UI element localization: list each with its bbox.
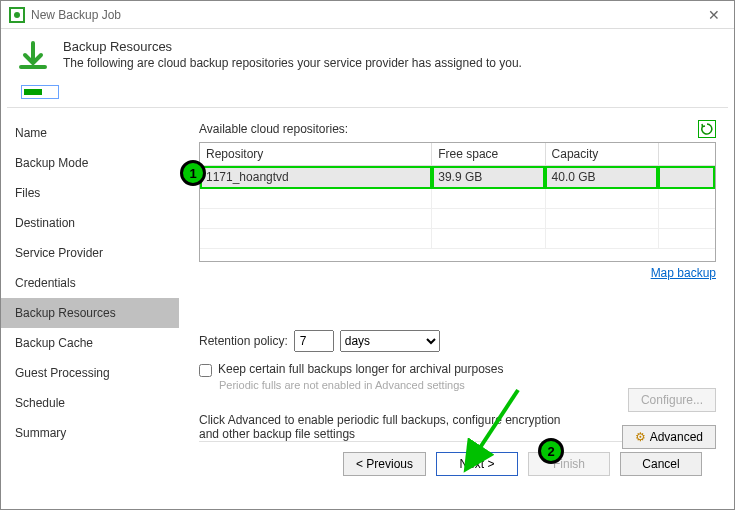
retention-unit-select[interactable]: days	[340, 330, 440, 352]
previous-button[interactable]: < Previous	[343, 452, 426, 476]
app-icon	[9, 7, 25, 23]
window-title: New Backup Job	[31, 8, 702, 22]
sidebar-item-backup-resources[interactable]: Backup Resources	[1, 298, 179, 328]
titlebar: New Backup Job ✕	[1, 1, 734, 29]
table-row[interactable]	[200, 209, 715, 229]
refresh-icon[interactable]	[698, 120, 716, 138]
main-panel: Available cloud repositories: Repository…	[179, 108, 734, 509]
table-row[interactable]	[200, 229, 715, 249]
col-header-spacer	[658, 143, 715, 166]
finish-button: Finish	[528, 452, 610, 476]
sidebar-item-destination[interactable]: Destination	[1, 208, 179, 238]
repositories-table: Repository Free space Capacity 1171_hoan…	[199, 142, 716, 262]
cancel-button[interactable]: Cancel	[620, 452, 702, 476]
sidebar-item-service-provider[interactable]: Service Provider	[1, 238, 179, 268]
page-title: Backup Resources	[63, 39, 522, 54]
dialog-window: New Backup Job ✕ Backup Resources The fo…	[0, 0, 735, 510]
table-row[interactable]: 1171_hoangtvd 39.9 GB 40.0 GB	[200, 166, 715, 189]
sidebar-item-backup-cache[interactable]: Backup Cache	[1, 328, 179, 358]
header: Backup Resources The following are cloud…	[1, 29, 734, 81]
page-subtitle: The following are cloud backup repositor…	[63, 56, 522, 70]
sidebar-item-backup-mode[interactable]: Backup Mode	[1, 148, 179, 178]
col-header-capacity[interactable]: Capacity	[545, 143, 658, 166]
svg-point-1	[14, 12, 20, 18]
archival-checkbox[interactable]	[199, 364, 212, 377]
sidebar-item-credentials[interactable]: Credentials	[1, 268, 179, 298]
retention-label: Retention policy:	[199, 334, 288, 348]
gear-icon: ⚙	[635, 430, 646, 444]
wizard-thumb-icon	[21, 85, 59, 99]
sidebar-item-summary[interactable]: Summary	[1, 418, 179, 448]
table-row[interactable]	[200, 189, 715, 209]
sidebar-item-guest-processing[interactable]: Guest Processing	[1, 358, 179, 388]
col-header-free-space[interactable]: Free space	[432, 143, 545, 166]
sidebar-item-schedule[interactable]: Schedule	[1, 388, 179, 418]
sidebar-item-files[interactable]: Files	[1, 178, 179, 208]
advanced-hint: Click Advanced to enable periodic full b…	[199, 413, 579, 441]
cell-capacity: 40.0 GB	[545, 166, 658, 189]
download-arrow-icon	[15, 39, 51, 75]
archival-label: Keep certain full backups longer for arc…	[218, 362, 504, 376]
col-header-repository[interactable]: Repository	[200, 143, 432, 166]
close-icon[interactable]: ✕	[702, 5, 726, 25]
cell-repository: 1171_hoangtvd	[200, 166, 432, 189]
retention-value-input[interactable]	[294, 330, 334, 352]
repositories-label: Available cloud repositories:	[199, 122, 348, 136]
wizard-sidebar: Name Backup Mode Files Destination Servi…	[1, 108, 179, 509]
advanced-button[interactable]: ⚙ Advanced	[622, 425, 716, 449]
cell-free-space: 39.9 GB	[432, 166, 545, 189]
next-button[interactable]: Next >	[436, 452, 518, 476]
configure-button: Configure...	[628, 388, 716, 412]
map-backup-link[interactable]: Map backup	[651, 266, 716, 280]
sidebar-item-name[interactable]: Name	[1, 118, 179, 148]
